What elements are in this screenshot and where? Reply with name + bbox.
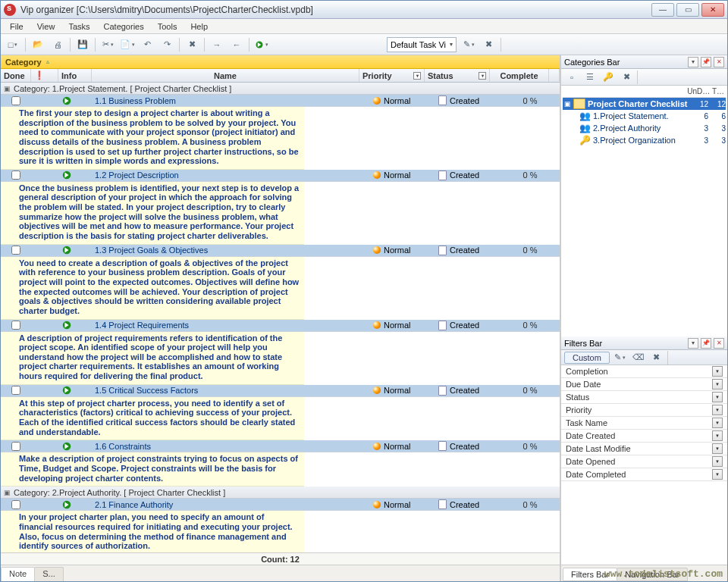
group-header[interactable]: ▣Category: 1.Project Statement. [ Projec…: [1, 83, 560, 95]
panel-close-icon[interactable]: ✕: [714, 338, 724, 349]
col-done[interactable]: Done: [1, 69, 31, 82]
panel-pin-icon[interactable]: 📌: [701, 338, 711, 349]
flag-icon[interactable]: [61, 320, 72, 330]
menu-tools[interactable]: Tools: [152, 20, 184, 33]
cat-key-icon[interactable]: 🔑: [601, 70, 616, 85]
filter-icon[interactable]: ▾: [479, 72, 486, 80]
flag-icon[interactable]: [61, 245, 72, 255]
task-row[interactable]: 1.4 Project RequirementsNormalCreated0 %: [1, 320, 560, 332]
tree-node[interactable]: 🔑3.Project Organization33: [563, 134, 726, 146]
flag-button[interactable]: [254, 37, 269, 52]
clear-button[interactable]: ✖: [481, 37, 496, 52]
task-row[interactable]: 1.2 Project DescriptionNormalCreated0 %: [1, 170, 560, 182]
cat-delete-icon[interactable]: ✖: [619, 70, 634, 85]
done-checkbox[interactable]: [11, 96, 20, 105]
chevron-down-icon[interactable]: ▼: [712, 418, 723, 428]
filter-row[interactable]: Task Name▼: [561, 417, 727, 430]
delete-button[interactable]: ✖: [184, 37, 199, 52]
menu-view[interactable]: View: [31, 20, 61, 33]
filter-row[interactable]: Priority▼: [561, 404, 727, 417]
tree-node[interactable]: 👥2.Project Authority33: [563, 122, 726, 134]
collapse-icon[interactable]: ▣: [4, 489, 11, 496]
grid-body[interactable]: ▣Category: 1.Project Statement. [ Projec…: [1, 83, 560, 552]
categories-tree[interactable]: UnD… T… ▣Project Charter Checklist1212👥1…: [561, 86, 727, 336]
filter-clear-icon[interactable]: ✖: [649, 350, 664, 365]
cut-button[interactable]: ✂: [100, 37, 115, 52]
flag-icon[interactable]: [61, 441, 72, 452]
outdent-button[interactable]: ←: [229, 37, 244, 52]
flag-icon[interactable]: [61, 499, 72, 510]
filter-preset-button[interactable]: Custom: [564, 352, 610, 364]
task-row[interactable]: 2.1 Finance AuthorityNormalCreated0 %: [1, 499, 560, 511]
chevron-down-icon[interactable]: ▼: [712, 430, 723, 441]
collapse-icon[interactable]: ▣: [4, 85, 11, 92]
task-row[interactable]: 1.6 ConstraintsNormalCreated0 %: [1, 440, 560, 452]
done-checkbox[interactable]: [11, 500, 20, 509]
tree-node[interactable]: ▣Project Charter Checklist1212: [563, 98, 726, 110]
done-checkbox[interactable]: [11, 246, 20, 255]
panel-menu-icon[interactable]: ▾: [688, 338, 698, 349]
chevron-down-icon[interactable]: ▼: [712, 405, 723, 415]
view-combo[interactable]: Default Task Vi: [387, 37, 457, 52]
filter-row[interactable]: Date Completed▼: [561, 468, 727, 481]
col-status[interactable]: Status▾: [425, 69, 490, 82]
done-checkbox[interactable]: [11, 321, 20, 330]
save-button[interactable]: 💾: [75, 37, 90, 52]
col-name[interactable]: Name: [92, 69, 359, 82]
filter-row[interactable]: Date Opened▼: [561, 455, 727, 468]
tab-note[interactable]: Note: [1, 567, 35, 581]
undo-button[interactable]: ↶: [140, 37, 155, 52]
chevron-down-icon[interactable]: ▼: [712, 392, 723, 402]
chevron-down-icon[interactable]: ▼: [712, 366, 723, 377]
col-priority[interactable]: Priority▾: [359, 69, 425, 82]
done-checkbox[interactable]: [11, 442, 20, 451]
chevron-down-icon[interactable]: ▼: [712, 379, 723, 390]
new-button[interactable]: □: [5, 37, 20, 52]
filter-erase-icon[interactable]: ⌫: [631, 350, 646, 365]
col-info[interactable]: Info: [58, 69, 92, 82]
wand-button[interactable]: ✎: [461, 37, 476, 52]
filter-row[interactable]: Status▼: [561, 391, 727, 404]
filter-wand-icon[interactable]: ✎: [613, 350, 628, 365]
col-alert[interactable]: ❗: [31, 69, 58, 82]
chevron-down-icon[interactable]: ▼: [712, 469, 723, 480]
cat-new-icon[interactable]: ▫: [564, 70, 579, 85]
done-checkbox[interactable]: [11, 386, 20, 395]
expand-icon[interactable]: ▣: [564, 100, 571, 108]
panel-close-icon[interactable]: ✕: [714, 57, 724, 67]
maximize-button[interactable]: ▭: [676, 3, 699, 17]
print-button[interactable]: 🖨: [50, 37, 65, 52]
menu-file[interactable]: File: [4, 20, 30, 33]
redo-button[interactable]: ↷: [159, 37, 174, 52]
group-header[interactable]: ▣Category: 2.Project Authority. [ Projec…: [1, 487, 560, 499]
done-checkbox[interactable]: [11, 171, 20, 180]
cat-list-icon[interactable]: ☰: [582, 70, 598, 85]
flag-icon[interactable]: [61, 170, 72, 180]
task-row[interactable]: 1.3 Project Goals & ObjectivesNormalCrea…: [1, 245, 560, 257]
minimize-button[interactable]: —: [651, 3, 674, 17]
task-row[interactable]: 1.5 Critical Success FactorsNormalCreate…: [1, 385, 560, 397]
indent-button[interactable]: →: [209, 37, 224, 52]
filter-row[interactable]: Due Date▼: [561, 378, 727, 391]
menu-categories[interactable]: Categories: [98, 20, 150, 33]
panel-pin-icon[interactable]: 📌: [701, 57, 711, 67]
copy-button[interactable]: 📄: [120, 37, 135, 52]
flag-icon[interactable]: [61, 95, 72, 106]
menu-help[interactable]: Help: [184, 20, 214, 33]
tab-s[interactable]: S...: [34, 567, 64, 581]
open-button[interactable]: 📂: [30, 37, 46, 52]
filter-row[interactable]: Date Last Modifie▼: [561, 443, 727, 455]
filter-icon[interactable]: ▾: [413, 72, 421, 80]
menu-tasks[interactable]: Tasks: [62, 20, 96, 33]
flag-icon[interactable]: [61, 385, 72, 396]
task-row[interactable]: 1.1 Business ProblemNormalCreated0 %: [1, 95, 560, 107]
tree-node[interactable]: 👥1.Project Statement.66: [563, 110, 726, 122]
col-complete[interactable]: Complete: [490, 69, 549, 82]
chevron-down-icon[interactable]: ▼: [712, 443, 723, 454]
close-button[interactable]: ✕: [701, 3, 724, 17]
filter-row[interactable]: Date Created▼: [561, 430, 727, 443]
filter-row[interactable]: Completion▼: [561, 365, 727, 378]
chevron-down-icon[interactable]: ▼: [712, 456, 723, 467]
category-band[interactable]: Category: [1, 55, 560, 69]
panel-menu-icon[interactable]: ▾: [688, 57, 698, 67]
